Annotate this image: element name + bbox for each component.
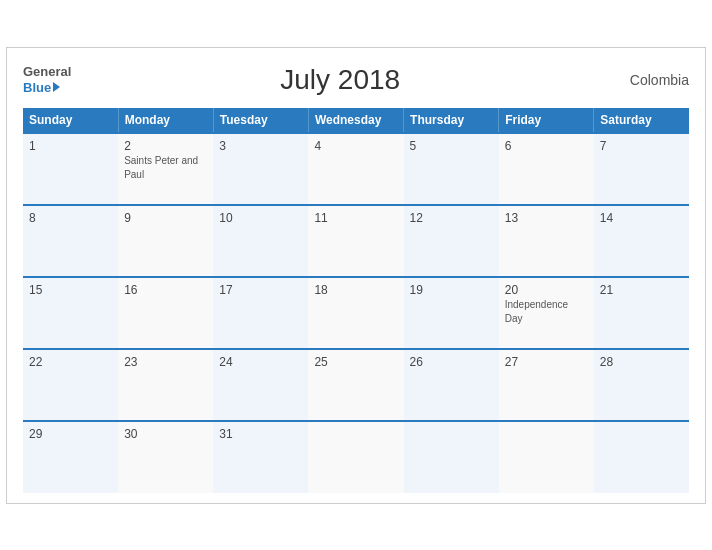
day-number: 15 (29, 283, 112, 297)
day-number: 21 (600, 283, 683, 297)
day-cell: 11 (308, 205, 403, 277)
day-cell (404, 421, 499, 493)
day-cell: 7 (594, 133, 689, 205)
calendar-table: Sunday Monday Tuesday Wednesday Thursday… (23, 108, 689, 493)
week-row-5: 293031 (23, 421, 689, 493)
week-row-1: 12Saints Peter and Paul34567 (23, 133, 689, 205)
week-row-3: 151617181920Independence Day21 (23, 277, 689, 349)
calendar-body: 12Saints Peter and Paul34567891011121314… (23, 133, 689, 493)
day-cell: 18 (308, 277, 403, 349)
day-number: 1 (29, 139, 112, 153)
day-cell: 17 (213, 277, 308, 349)
day-cell: 9 (118, 205, 213, 277)
day-number: 27 (505, 355, 588, 369)
day-cell: 4 (308, 133, 403, 205)
day-cell: 16 (118, 277, 213, 349)
day-number: 8 (29, 211, 112, 225)
day-cell: 26 (404, 349, 499, 421)
day-number: 12 (410, 211, 493, 225)
day-number: 17 (219, 283, 302, 297)
day-number: 28 (600, 355, 683, 369)
day-cell: 25 (308, 349, 403, 421)
calendar-header: General Blue July 2018 Colombia (23, 64, 689, 96)
day-cell: 6 (499, 133, 594, 205)
day-number: 13 (505, 211, 588, 225)
day-cell: 19 (404, 277, 499, 349)
calendar-container: General Blue July 2018 Colombia Sunday M… (6, 47, 706, 504)
day-number: 4 (314, 139, 397, 153)
day-event: Independence Day (505, 299, 568, 324)
col-saturday: Saturday (594, 108, 689, 133)
day-number: 5 (410, 139, 493, 153)
day-cell: 29 (23, 421, 118, 493)
day-number: 14 (600, 211, 683, 225)
day-number: 22 (29, 355, 112, 369)
logo-blue-text: Blue (23, 80, 71, 96)
day-cell (594, 421, 689, 493)
day-number: 7 (600, 139, 683, 153)
day-cell: 1 (23, 133, 118, 205)
day-cell: 20Independence Day (499, 277, 594, 349)
week-row-2: 891011121314 (23, 205, 689, 277)
day-number: 30 (124, 427, 207, 441)
day-number: 29 (29, 427, 112, 441)
logo-general-text: General (23, 64, 71, 80)
day-event: Saints Peter and Paul (124, 155, 198, 180)
day-number: 3 (219, 139, 302, 153)
day-cell: 27 (499, 349, 594, 421)
day-cell: 2Saints Peter and Paul (118, 133, 213, 205)
day-cell (308, 421, 403, 493)
col-wednesday: Wednesday (308, 108, 403, 133)
day-cell: 21 (594, 277, 689, 349)
day-cell: 23 (118, 349, 213, 421)
logo-triangle-icon (53, 82, 60, 92)
day-number: 23 (124, 355, 207, 369)
day-number: 25 (314, 355, 397, 369)
day-cell: 24 (213, 349, 308, 421)
day-number: 26 (410, 355, 493, 369)
day-number: 11 (314, 211, 397, 225)
day-number: 18 (314, 283, 397, 297)
day-cell: 15 (23, 277, 118, 349)
day-number: 24 (219, 355, 302, 369)
day-cell: 10 (213, 205, 308, 277)
calendar-header-row: Sunday Monday Tuesday Wednesday Thursday… (23, 108, 689, 133)
day-cell (499, 421, 594, 493)
day-cell: 12 (404, 205, 499, 277)
day-cell: 31 (213, 421, 308, 493)
day-number: 20 (505, 283, 588, 297)
col-thursday: Thursday (404, 108, 499, 133)
logo: General Blue (23, 64, 71, 95)
day-number: 19 (410, 283, 493, 297)
day-cell: 8 (23, 205, 118, 277)
day-cell: 22 (23, 349, 118, 421)
day-number: 9 (124, 211, 207, 225)
col-friday: Friday (499, 108, 594, 133)
week-row-4: 22232425262728 (23, 349, 689, 421)
day-cell: 28 (594, 349, 689, 421)
col-tuesday: Tuesday (213, 108, 308, 133)
day-number: 31 (219, 427, 302, 441)
day-number: 16 (124, 283, 207, 297)
calendar-title: July 2018 (71, 64, 609, 96)
day-cell: 30 (118, 421, 213, 493)
day-number: 6 (505, 139, 588, 153)
col-sunday: Sunday (23, 108, 118, 133)
col-monday: Monday (118, 108, 213, 133)
day-cell: 13 (499, 205, 594, 277)
country-label: Colombia (609, 72, 689, 88)
day-cell: 3 (213, 133, 308, 205)
day-cell: 5 (404, 133, 499, 205)
day-cell: 14 (594, 205, 689, 277)
day-number: 10 (219, 211, 302, 225)
day-number: 2 (124, 139, 207, 153)
